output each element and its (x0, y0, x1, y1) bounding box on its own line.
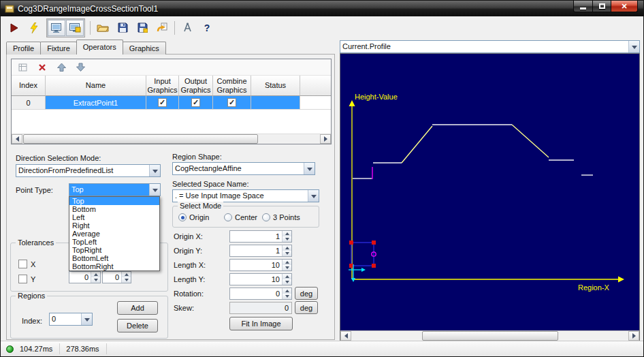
table-row[interactable]: 0 ExtractPoint1 ✓ ✓ ✓ (12, 96, 331, 110)
profile-display[interactable]: Height-ValueRegion-X (340, 53, 640, 341)
length-y-field[interactable]: 10 (229, 273, 292, 285)
point-type-option[interactable]: Bottom (69, 205, 159, 213)
tab-fixture[interactable]: Fixture (40, 42, 77, 55)
column-header-status[interactable]: Status (251, 76, 300, 96)
space-name-select[interactable]: . = Use Input Image Space (172, 189, 319, 202)
origin-x-field[interactable]: 1 (229, 230, 292, 243)
length-x-field[interactable]: 10 (229, 259, 292, 271)
point-type-option[interactable]: Left (69, 213, 159, 221)
save-results-button[interactable] (135, 20, 150, 35)
region-index-select[interactable]: 0 (49, 313, 93, 326)
radio-3points[interactable]: 3 Points (262, 213, 300, 221)
row-index-cell[interactable]: 0 (12, 96, 46, 110)
tolerance-value-2-field[interactable]: 0 (102, 271, 131, 283)
direction-mode-select[interactable]: DirectionFromPredefinedList (16, 164, 161, 177)
column-header-index[interactable]: Index (12, 76, 46, 96)
column-header-output-graphics[interactable]: Output Graphics (179, 76, 213, 96)
column-header-input-graphics[interactable]: Input Graphics (146, 76, 179, 96)
point-type-option[interactable]: TopLeft (69, 238, 159, 246)
maximize-button[interactable] (592, 1, 611, 12)
radio-origin[interactable]: Origin (178, 213, 209, 221)
save-button[interactable] (115, 20, 130, 35)
spin-down-icon[interactable] (283, 236, 291, 242)
scroll-thumb[interactable] (23, 134, 258, 144)
move-down-button[interactable] (74, 61, 86, 74)
spin-up-icon[interactable] (91, 272, 100, 277)
scroll-right-button[interactable] (628, 331, 639, 341)
skew-deg-button[interactable]: deg (295, 301, 318, 314)
electric-run-button[interactable] (27, 20, 42, 35)
row-name-cell[interactable]: ExtractPoint1 (46, 96, 146, 110)
scroll-thumb[interactable] (422, 331, 558, 341)
close-button[interactable]: ✕ (611, 1, 638, 12)
chevron-down-icon[interactable] (149, 165, 160, 176)
combine-graphics-checkbox[interactable]: ✓ (227, 98, 236, 107)
add-operator-button[interactable] (17, 61, 29, 74)
chevron-down-icon[interactable] (81, 313, 92, 325)
delete-region-button[interactable]: Delete (117, 319, 158, 332)
import-button[interactable] (155, 20, 170, 35)
spin-down-icon[interactable] (283, 265, 291, 270)
tolerance-value-1-field[interactable]: 0 (69, 271, 101, 283)
spin-down-icon[interactable] (283, 279, 291, 285)
row-status-cell[interactable] (251, 96, 300, 110)
origin-y-field[interactable]: 1 (229, 245, 292, 257)
tool-display-toggle[interactable] (66, 20, 84, 36)
point-type-option[interactable]: TopRight (69, 246, 159, 254)
chevron-down-icon[interactable] (149, 184, 160, 196)
spin-up-icon[interactable] (283, 245, 291, 251)
spin-up-icon[interactable] (283, 288, 291, 294)
rotation-field[interactable]: 0 (229, 288, 292, 300)
delete-operator-button[interactable] (36, 61, 48, 74)
add-region-button[interactable]: Add (117, 301, 158, 315)
image-display-toggle[interactable] (48, 20, 65, 36)
output-graphics-checkbox[interactable]: ✓ (191, 98, 200, 107)
radio-center[interactable]: Center (224, 213, 257, 221)
spin-up-icon[interactable] (283, 274, 291, 279)
point-type-option[interactable]: Right (69, 221, 159, 230)
measure-button[interactable] (180, 20, 195, 35)
tab-graphics[interactable]: Graphics (123, 42, 166, 55)
point-type-option[interactable]: BottomLeft (69, 254, 159, 262)
spin-up-icon[interactable] (283, 260, 291, 265)
tolerance-y-checkbox[interactable] (18, 275, 27, 283)
chevron-down-icon[interactable] (628, 41, 639, 52)
scroll-left-button[interactable] (340, 331, 351, 341)
point-type-option[interactable]: Average (69, 230, 159, 238)
tab-operators[interactable]: Operators (76, 40, 123, 55)
fit-in-image-button[interactable]: Fit In Image (229, 317, 293, 330)
display-hscrollbar[interactable] (340, 330, 639, 341)
tolerance-x-checkbox[interactable] (18, 260, 27, 268)
minimize-button[interactable] (573, 1, 593, 12)
grid-hscrollbar[interactable] (12, 134, 331, 144)
scroll-left-button[interactable] (12, 134, 22, 144)
point-type-option[interactable]: BottomRight (69, 262, 159, 270)
spin-down-icon[interactable] (283, 251, 291, 256)
spin-up-icon[interactable] (283, 231, 291, 236)
profile-plot-area[interactable]: Height-ValueRegion-X (340, 54, 639, 330)
spin-down-icon[interactable] (283, 294, 291, 299)
spin-down-icon[interactable] (122, 277, 131, 283)
spin-up-icon[interactable] (122, 272, 131, 277)
move-up-button[interactable] (55, 61, 67, 74)
point-type-option[interactable]: Top (69, 197, 159, 205)
rotation-deg-button[interactable]: deg (295, 287, 318, 300)
display-record-select[interactable]: Current.Profile (340, 40, 640, 53)
skew-field[interactable]: 0 (229, 302, 292, 314)
open-button[interactable] (95, 20, 110, 35)
spin-down-icon[interactable] (91, 277, 100, 283)
help-button[interactable]: ? (199, 20, 214, 35)
point-type-select[interactable]: Top (69, 183, 161, 196)
region-shape-select[interactable]: CogRectangleAffine (172, 162, 315, 175)
column-header-combine-graphics[interactable]: Combine Graphics (213, 76, 251, 96)
tab-profile[interactable]: Profile (6, 42, 41, 55)
length-x-label: Length X: (174, 261, 206, 269)
scroll-right-button[interactable] (320, 134, 331, 144)
column-header-name[interactable]: Name (46, 76, 146, 96)
input-graphics-checkbox[interactable]: ✓ (158, 98, 167, 107)
chevron-down-icon[interactable] (308, 190, 319, 202)
chevron-down-icon[interactable] (304, 163, 315, 174)
run-button[interactable] (7, 20, 22, 35)
tolerance-y-label: Y (31, 275, 35, 283)
title-bar: Cog3DRangeImageCrossSectionTool1 ✕ (1, 1, 643, 16)
